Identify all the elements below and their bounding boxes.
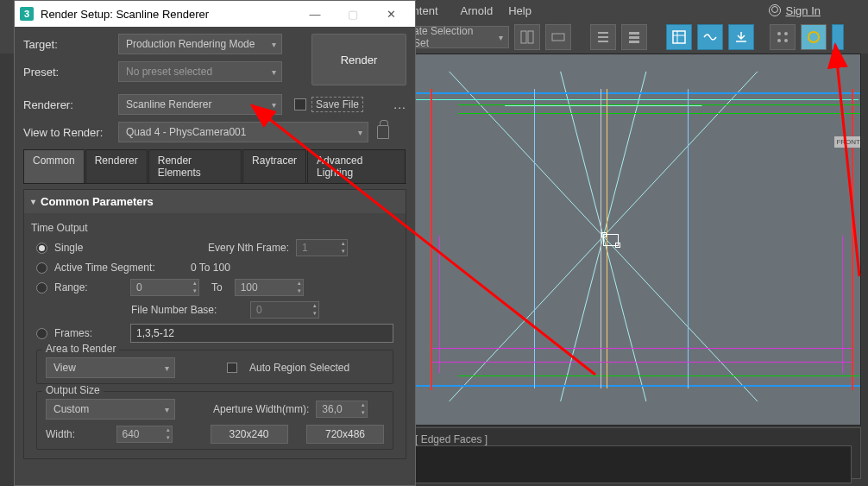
camera-gizmo[interactable] (603, 234, 619, 246)
single-label: Single (54, 242, 201, 254)
grid-line (408, 99, 859, 100)
app-icon: 3 (20, 7, 34, 21)
grid-line (601, 89, 601, 388)
camera-frustum-lines (406, 54, 860, 419)
lock-icon[interactable] (377, 125, 389, 139)
grid-line (458, 113, 861, 114)
frames-label: Frames: (54, 327, 123, 339)
preset-dropdown[interactable]: No preset selected (118, 61, 282, 82)
area-to-render-title: Area to Render (42, 343, 119, 355)
toolbar-icon-particles[interactable] (770, 24, 796, 50)
tab-bar: Common Renderer Render Elements Raytrace… (23, 149, 406, 184)
range-to-spinner[interactable]: 100 (235, 279, 304, 296)
render-setup-dialog: 3 Render Setup: Scanline Renderer — ▢ ✕ … (14, 0, 416, 486)
active-segment-label: Active Time Segment: (54, 262, 184, 274)
grid-line (688, 89, 689, 388)
auto-region-label: Auto Region Selected (249, 362, 349, 374)
collapse-arrow-icon: ▾ (31, 197, 35, 206)
output-mode-dropdown[interactable]: Custom (46, 399, 175, 420)
active-segment-range: 0 To 100 (191, 262, 230, 274)
view-to-render-dropdown[interactable]: Quad 4 - PhysCamera001 (118, 122, 368, 142)
width-spinner[interactable]: 640 (116, 426, 173, 443)
preset-720-button[interactable]: 720x486 (306, 425, 384, 444)
preset-320-button[interactable]: 320x240 (211, 425, 288, 444)
aperture-label: Aperture Width(mm): (213, 403, 309, 415)
rollout-header[interactable]: ▾ Common Parameters (24, 190, 406, 213)
svg-point-12 (777, 32, 781, 35)
tab-common[interactable]: Common (23, 149, 85, 183)
target-label: Target: (23, 38, 118, 51)
renderer-label: Renderer: (23, 98, 118, 111)
preset-label: Preset: (23, 66, 118, 79)
auto-region-checkbox[interactable] (227, 363, 237, 373)
svg-point-13 (784, 32, 788, 35)
save-file-browse[interactable]: ... (393, 98, 406, 111)
svg-rect-2 (552, 34, 564, 41)
tab-render-elements[interactable]: Render Elements (148, 149, 242, 183)
svg-rect-0 (521, 31, 526, 43)
active-segment-radio[interactable] (36, 262, 47, 274)
toolbar-icon-download[interactable] (728, 24, 754, 50)
gear-icon (808, 31, 820, 43)
grid-line (431, 89, 432, 390)
toolbar-icon-1[interactable] (514, 24, 540, 50)
maximize-button: ▢ (334, 1, 372, 27)
menu-arnold[interactable]: Arnold (461, 4, 494, 17)
user-icon (769, 4, 781, 16)
svg-rect-9 (673, 31, 685, 43)
viewport-area[interactable] (415, 445, 852, 483)
viewcube-front[interactable]: FRONT (834, 136, 861, 148)
toolbar-icon-end[interactable] (832, 24, 844, 50)
grid-line (842, 236, 843, 373)
minimize-button[interactable]: — (296, 1, 334, 27)
svg-rect-6 (629, 32, 639, 35)
svg-rect-8 (629, 41, 639, 43)
grid-line (534, 89, 535, 388)
range-to-label: To (211, 281, 223, 293)
every-nth-spinner[interactable]: 1 (296, 239, 348, 256)
grid-line (852, 89, 853, 390)
close-button[interactable]: ✕ (372, 1, 410, 27)
grid-line (432, 348, 852, 349)
file-number-base-label: File Number Base: (131, 304, 243, 316)
secondary-viewport: [ Edged Faces ] (406, 427, 861, 479)
renderer-dropdown[interactable]: Scanline Renderer (118, 94, 282, 115)
grid-line (406, 92, 861, 94)
width-label: Width: (46, 428, 110, 440)
selection-set-dropdown[interactable]: ate Selection Set (406, 26, 509, 48)
save-file-checkbox[interactable] (294, 98, 306, 110)
signin-label: Sign In (786, 4, 821, 17)
tab-advanced-lighting[interactable]: Advanced Lighting (307, 149, 406, 183)
render-setup-icon[interactable] (666, 24, 692, 50)
viewport-shading-label[interactable]: [ Edged Faces ] (415, 433, 487, 445)
grid-line (439, 236, 440, 373)
target-dropdown[interactable]: Production Rendering Mode (118, 34, 282, 54)
render-settings-gear-icon[interactable] (801, 24, 827, 50)
rollout-title: Common Parameters (41, 195, 154, 208)
output-size-group: Output Size Custom Aperture Width(mm): 3… (36, 391, 393, 450)
range-radio[interactable] (36, 282, 47, 293)
viewport[interactable]: FRONT (406, 54, 861, 426)
frames-radio[interactable] (36, 328, 47, 339)
render-button[interactable]: Render (311, 34, 406, 85)
toolbar-icon-4[interactable] (621, 24, 647, 50)
tab-raytracer[interactable]: Raytracer (242, 149, 306, 183)
grid-line (406, 385, 861, 387)
signin-button[interactable]: Sign In (769, 4, 821, 17)
range-from-spinner[interactable]: 0 (130, 279, 199, 296)
toolbar-icon-wave[interactable] (697, 24, 723, 50)
file-number-base-spinner[interactable]: 0 (250, 301, 319, 319)
menu-help[interactable]: Help (508, 4, 531, 17)
tab-renderer[interactable]: Renderer (85, 149, 148, 183)
save-file-label: Save File (311, 97, 363, 112)
area-dropdown[interactable]: View (46, 357, 175, 378)
toolbar-icon-3[interactable] (590, 24, 616, 50)
single-radio[interactable] (36, 243, 47, 254)
frames-input[interactable]: 1,3,5-12 (130, 324, 393, 343)
view-to-render-label: View to Render: (23, 126, 118, 139)
toolbar-icon-2[interactable] (545, 24, 571, 50)
common-parameters-rollout: ▾ Common Parameters Time Output Single E… (23, 189, 406, 459)
aperture-spinner[interactable]: 36,0 (316, 401, 368, 418)
every-nth-label: Every Nth Frame: (208, 242, 289, 254)
dialog-titlebar[interactable]: 3 Render Setup: Scanline Renderer — ▢ ✕ (15, 1, 415, 27)
